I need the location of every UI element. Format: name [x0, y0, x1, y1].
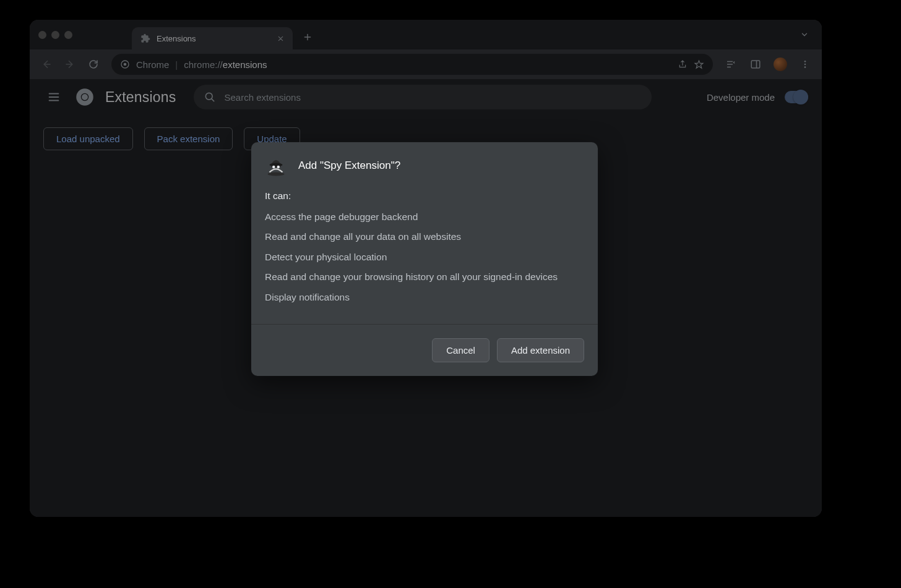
search-placeholder: Search extensions — [225, 92, 301, 103]
dialog-title: Add "Spy Extension"? — [298, 160, 400, 172]
toolbar: Chrome | chrome://extensions — [30, 49, 822, 79]
chrome-glyph-icon — [120, 59, 130, 69]
main-menu-button[interactable] — [43, 87, 64, 108]
avatar-icon — [774, 58, 787, 71]
reading-list-icon — [725, 59, 736, 70]
svg-point-13 — [277, 166, 280, 169]
nav-forward-button[interactable] — [59, 54, 80, 75]
reload-icon — [88, 59, 99, 70]
svg-point-5 — [804, 66, 806, 68]
omnibox-url-path: extensions — [223, 59, 267, 70]
side-panel-button[interactable] — [745, 54, 766, 75]
arrow-left-icon — [41, 59, 52, 70]
pack-extension-button[interactable]: Pack extension — [144, 127, 233, 150]
svg-point-3 — [804, 61, 806, 62]
extension-icon — [140, 33, 150, 43]
profile-avatar[interactable] — [770, 54, 791, 75]
traffic-close[interactable] — [38, 31, 46, 39]
dialog-subheading: It can: — [265, 190, 584, 202]
bookmark-star-icon[interactable] — [694, 59, 704, 70]
side-panel-icon — [750, 59, 761, 70]
svg-point-10 — [268, 173, 285, 176]
tab-title: Extensions — [157, 34, 196, 43]
load-unpacked-button[interactable]: Load unpacked — [43, 127, 133, 150]
svg-point-1 — [124, 63, 127, 66]
traffic-zoom[interactable] — [64, 31, 72, 39]
reading-list-button[interactable] — [720, 54, 741, 75]
permission-item: Read and change your browsing history on… — [265, 270, 584, 284]
tab-close-button[interactable] — [275, 33, 285, 43]
permission-item: Access the page debugger backend — [265, 210, 584, 224]
chrome-menu-button[interactable] — [795, 54, 816, 75]
arrow-right-icon — [64, 59, 75, 70]
share-icon[interactable] — [678, 59, 688, 69]
svg-point-8 — [82, 94, 88, 100]
omnibox-app-label: Chrome — [136, 59, 169, 70]
browser-tab[interactable]: Extensions — [132, 27, 293, 49]
address-bar[interactable]: Chrome | chrome://extensions — [111, 54, 713, 75]
new-tab-button[interactable] — [299, 28, 316, 46]
chrome-logo-icon — [75, 88, 94, 106]
developer-mode-label: Developer mode — [707, 92, 775, 103]
omnibox-url-scheme: chrome:// — [184, 59, 223, 70]
tab-list-dropdown[interactable] — [796, 26, 813, 43]
developer-mode-toggle[interactable]: Developer mode — [707, 91, 808, 103]
search-extensions-input[interactable]: Search extensions — [194, 85, 652, 109]
svg-rect-2 — [751, 61, 760, 68]
permission-item: Read and change all your data on all web… — [265, 230, 584, 244]
close-icon — [277, 35, 284, 42]
search-icon — [204, 91, 216, 103]
cancel-button[interactable]: Cancel — [432, 338, 489, 362]
traffic-minimize[interactable] — [51, 31, 59, 39]
spy-extension-icon — [265, 155, 287, 177]
svg-point-4 — [804, 64, 806, 66]
svg-point-11 — [270, 163, 283, 167]
title-bar: Extensions — [30, 20, 822, 49]
chevron-down-icon — [800, 30, 809, 39]
kebab-icon — [800, 59, 810, 69]
omnibox-url: chrome://extensions — [184, 59, 267, 70]
permission-item: Detect your physical location — [265, 250, 584, 264]
reload-button[interactable] — [83, 54, 104, 75]
omnibox-separator: | — [175, 59, 178, 70]
window-controls — [38, 31, 72, 39]
page-title: Extensions — [105, 89, 176, 106]
browser-window: Extensions Chrome | chrome://extension — [30, 20, 822, 517]
nav-back-button[interactable] — [36, 54, 57, 75]
svg-point-12 — [272, 166, 275, 169]
permissions-dialog: Add "Spy Extension"? It can: Access the … — [251, 142, 598, 376]
plus-icon — [303, 33, 312, 41]
hamburger-icon — [47, 90, 61, 104]
permission-item: Display notifications — [265, 291, 584, 304]
page-header: Extensions Search extensions Developer m… — [30, 79, 822, 115]
add-extension-button[interactable]: Add extension — [497, 338, 584, 362]
toggle-switch-icon — [785, 91, 808, 103]
